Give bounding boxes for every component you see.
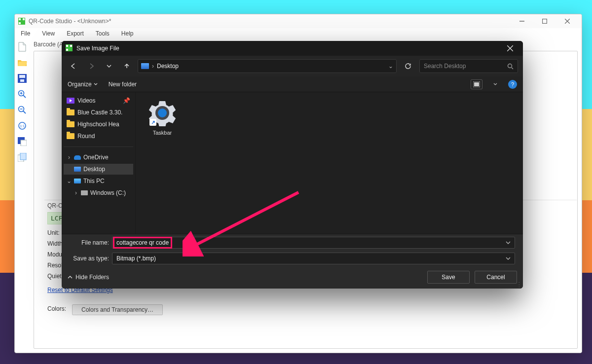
menu-view[interactable]: View — [40, 29, 57, 38]
files-pane[interactable]: Taskbar — [136, 92, 523, 234]
nav-up-button[interactable] — [120, 59, 134, 73]
svg-rect-21 — [21, 140, 27, 146]
sidebar-item-thispc[interactable]: ⌄This PC — [64, 176, 133, 186]
shortcut-arrow-icon — [149, 119, 156, 126]
dialog-titlebar: Save Image File — [62, 41, 523, 56]
parent-titlebar: QR-Code Studio - <Unknown>* — [15, 14, 582, 28]
vertical-toolbar: 1:1 — [15, 39, 30, 353]
zoom-actual-icon[interactable]: 1:1 — [16, 120, 28, 132]
help-button[interactable]: ? — [508, 80, 517, 89]
svg-line-31 — [512, 68, 513, 69]
open-folder-icon[interactable] — [16, 57, 28, 69]
svg-rect-27 — [66, 49, 68, 51]
view-mode-button[interactable] — [471, 79, 482, 89]
refresh-button[interactable] — [401, 59, 415, 73]
sidebar-item-folder-2[interactable]: Round — [64, 131, 133, 142]
zoom-in-icon[interactable] — [16, 88, 28, 100]
folder-icon — [67, 121, 74, 127]
svg-line-12 — [23, 95, 26, 98]
svg-line-16 — [23, 111, 26, 113]
save-floppy-icon[interactable] — [16, 73, 28, 84]
drive-icon — [81, 190, 88, 195]
cancel-button[interactable]: Cancel — [475, 271, 517, 284]
dialog-toolbar: Organize New folder ? — [62, 76, 523, 92]
menu-tools[interactable]: Tools — [94, 29, 111, 38]
dialog-sidebar: Videos 📌 Blue Castle 3.30. Highschool He… — [62, 92, 136, 234]
view-dropdown-icon[interactable] — [493, 82, 497, 86]
menu-help[interactable]: Help — [119, 29, 136, 38]
parent-menubar: File View Export Tools Help — [15, 28, 582, 39]
sidebar-item-folder-1[interactable]: Highschool Hea — [64, 119, 133, 130]
hide-folders-button[interactable]: Hide Folders — [68, 274, 109, 281]
svg-rect-10 — [20, 79, 24, 82]
save-image-dialog: Save Image File › Desktop ⌄ Search Deskt… — [62, 41, 523, 289]
sidebar-item-onedrive[interactable]: ›OneDrive — [64, 152, 133, 163]
label-colors: Colors: — [47, 305, 66, 312]
nav-forward-button[interactable] — [84, 59, 98, 73]
organize-menu[interactable]: Organize — [68, 81, 98, 88]
desktop-icon — [74, 167, 81, 172]
filename-dropdown-icon[interactable] — [506, 240, 511, 245]
saveastype-label: Save as type: — [70, 255, 109, 262]
app-icon — [18, 17, 26, 25]
search-placeholder: Search Desktop — [424, 63, 466, 70]
thispc-icon — [74, 179, 81, 183]
menu-file[interactable]: File — [19, 29, 32, 38]
dialog-title: Save Image File — [76, 45, 119, 52]
saveastype-select[interactable]: Bitmap (*.bmp) — [112, 253, 515, 264]
filename-label: File name: — [70, 239, 109, 246]
filename-value: cottagecore qr code — [114, 238, 171, 247]
dialog-bottom: File name: cottagecore qr code Save as t… — [62, 234, 523, 289]
new-folder-button[interactable]: New folder — [109, 81, 137, 88]
maximize-button[interactable] — [533, 14, 556, 28]
minimize-button[interactable] — [511, 14, 533, 28]
svg-rect-3 — [19, 22, 21, 24]
breadcrumb-desktop[interactable]: Desktop — [157, 63, 179, 70]
save-button[interactable]: Save — [427, 271, 470, 284]
svg-rect-33 — [474, 82, 479, 86]
filename-input[interactable]: cottagecore qr code — [112, 237, 515, 249]
close-button[interactable] — [556, 14, 579, 28]
new-doc-icon[interactable] — [16, 41, 28, 53]
settings-gear-icon — [148, 99, 176, 127]
svg-point-35 — [158, 109, 167, 117]
sidebar-item-desktop[interactable]: Desktop — [64, 164, 133, 175]
dialog-app-icon — [66, 44, 74, 52]
svg-text:1:1: 1:1 — [20, 124, 25, 128]
breadcrumb-sep-icon: › — [152, 63, 154, 70]
save-image-icon[interactable] — [16, 136, 28, 147]
copy-image-icon[interactable] — [16, 151, 28, 163]
svg-rect-23 — [20, 153, 26, 160]
dialog-close-button[interactable] — [501, 41, 519, 56]
folder-icon — [67, 109, 74, 115]
folder-icon — [67, 133, 74, 139]
nav-back-button[interactable] — [67, 59, 80, 73]
colors-transparency-button[interactable]: Colors and Transparency… — [72, 304, 163, 315]
zoom-out-icon[interactable] — [16, 104, 28, 116]
menu-export[interactable]: Export — [65, 29, 86, 38]
onedrive-icon — [74, 155, 81, 160]
svg-rect-25 — [66, 45, 68, 47]
search-icon — [507, 63, 514, 70]
svg-rect-1 — [19, 18, 21, 20]
address-bar[interactable]: › Desktop ⌄ — [138, 59, 397, 73]
file-item-taskbar[interactable]: Taskbar — [143, 99, 182, 136]
file-item-label: Taskbar — [153, 130, 172, 136]
desktop-root-icon — [141, 63, 149, 69]
pin-icon: 📌 — [123, 97, 130, 104]
svg-rect-2 — [23, 18, 25, 20]
sidebar-item-drive-c[interactable]: ›Windows (C:) — [64, 187, 133, 198]
search-input[interactable]: Search Desktop — [419, 59, 518, 73]
svg-rect-9 — [19, 75, 25, 78]
svg-rect-5 — [543, 19, 547, 24]
videos-icon — [67, 98, 74, 104]
saveastype-dropdown-icon[interactable] — [506, 256, 511, 261]
sidebar-item-folder-0[interactable]: Blue Castle 3.30. — [64, 107, 133, 118]
address-dropdown-icon[interactable]: ⌄ — [388, 63, 393, 70]
chevron-up-icon — [68, 275, 73, 280]
svg-point-30 — [508, 64, 512, 68]
dialog-navrow: › Desktop ⌄ Search Desktop — [62, 56, 523, 76]
sidebar-item-videos[interactable]: Videos 📌 — [64, 95, 133, 106]
svg-rect-26 — [70, 45, 72, 47]
nav-recent-button[interactable] — [102, 59, 116, 73]
